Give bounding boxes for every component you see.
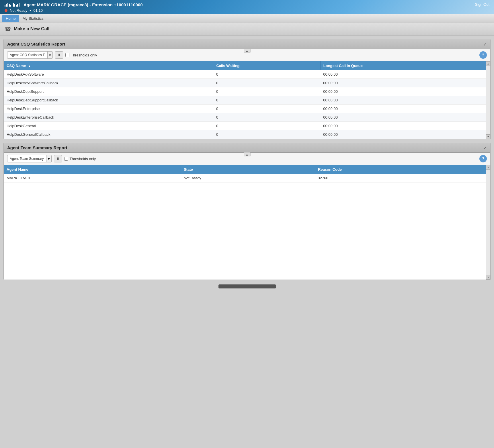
bottom-scroll-bar[interactable]: [218, 284, 276, 288]
status-dropdown-arrow-icon[interactable]: ▾: [30, 9, 31, 12]
make-call-label: Make a New Call: [14, 26, 50, 32]
csq-table: CSQ Name ▲ Calls Waiting Longest Call in…: [4, 61, 486, 139]
team-table-container: Agent Name State Reason Code MARK GRACE …: [4, 165, 490, 280]
team-threshold-checkbox[interactable]: [64, 157, 68, 161]
csq-cell-name: HelpDeskAdvSoftwareCallback: [4, 79, 213, 87]
csq-cell-name: HelpDeskAdvSoftware: [4, 70, 213, 79]
csq-cell-longest: 00:00:00: [320, 96, 486, 105]
team-pause-button[interactable]: ⏸: [54, 155, 62, 162]
team-scroll-up-button[interactable]: ▲: [486, 165, 491, 170]
team-scroll-down-button[interactable]: ▼: [486, 275, 491, 280]
team-panel-header: Agent Team Summary Report ⤢: [4, 143, 490, 153]
csq-col-header-waiting: Calls Waiting: [213, 61, 320, 70]
csq-cell-waiting: 0: [213, 70, 320, 79]
csq-cell-longest: 00:00:00: [320, 113, 486, 122]
status-text: Not Ready: [10, 8, 27, 13]
team-dropdown[interactable]: Agent Team Summary ▾: [7, 155, 52, 162]
header-title: Agent MARK GRACE (mgrace3) - Extension +…: [24, 2, 143, 7]
csq-cell-waiting: 0: [213, 105, 320, 113]
csq-panel-title: Agent CSQ Statistics Report: [7, 42, 65, 46]
csq-expand-icon[interactable]: ⤢: [483, 42, 487, 46]
team-cell-reason: 32760: [315, 174, 486, 182]
phone-icon: ☎: [5, 26, 11, 32]
header-status: Not Ready ▾ 01:10: [5, 8, 143, 13]
csq-table-row: HelpDeskGeneral 0 00:00:00: [4, 122, 486, 130]
csq-panel-header: Agent CSQ Statistics Report ⤢: [4, 39, 490, 49]
csq-table-row: HelpDeskAdvSoftwareCallback 0 00:00:00: [4, 79, 486, 87]
csq-table-row: HelpDeskEnterprise 0 00:00:00: [4, 105, 486, 113]
team-cell-name: MARK GRACE: [4, 174, 181, 182]
csq-cell-name: HelpDeskEnterprise: [4, 105, 213, 113]
csq-threshold-label: Thresholds only: [65, 53, 97, 57]
csq-cell-name: HelpDeskGeneral: [4, 122, 213, 130]
csq-cell-waiting: 0: [213, 79, 320, 87]
csq-cell-name: HelpDeskDeptSupport: [4, 87, 213, 96]
team-dropdown-arrow-icon[interactable]: ▾: [46, 155, 51, 162]
team-expand-icon[interactable]: ⤢: [483, 146, 487, 150]
csq-cell-waiting: 0: [213, 96, 320, 105]
team-summary-panel: Agent Team Summary Report ⤢ ▲ Agent Team…: [3, 143, 491, 280]
csq-dropdown[interactable]: Agent CSQ Statistics F ▾: [7, 51, 53, 59]
csq-cell-name: HelpDeskGeneralCallback: [4, 130, 213, 139]
csq-threshold-checkbox[interactable]: [65, 53, 69, 57]
team-help-button[interactable]: ?: [479, 155, 487, 162]
csq-collapse-arrow[interactable]: ▲: [244, 49, 251, 53]
team-threshold-label: Thresholds only: [64, 157, 96, 161]
cisco-logo-icon: [5, 3, 19, 7]
csq-cell-longest: 00:00:00: [320, 105, 486, 113]
nav-tab-my-statistics[interactable]: My Statistics: [19, 15, 47, 22]
csq-table-row: HelpDeskAdvSoftware 0 00:00:00: [4, 70, 486, 79]
csq-pause-button[interactable]: ⏸: [55, 51, 63, 59]
sign-out-button[interactable]: Sign Out: [475, 2, 489, 7]
header: Agent MARK GRACE (mgrace3) - Extension +…: [0, 0, 494, 14]
team-col-header-name: Agent Name: [4, 165, 181, 174]
csq-table-row: HelpDeskDeptSupport 0 00:00:00: [4, 87, 486, 96]
team-table: Agent Name State Reason Code MARK GRACE …: [4, 165, 486, 182]
team-table-row: MARK GRACE Not Ready 32760: [4, 174, 486, 182]
team-cell-state: Not Ready: [181, 174, 315, 182]
csq-cell-name: HelpDeskDeptSupportCallback: [4, 96, 213, 105]
csq-cell-waiting: 0: [213, 122, 320, 130]
csq-cell-longest: 00:00:00: [320, 122, 486, 130]
csq-table-row: HelpDeskEnterpriseCallback 0 00:00:00: [4, 113, 486, 122]
csq-table-row: HelpDeskDeptSupportCallback 0 00:00:00: [4, 96, 486, 105]
sort-icon: ▲: [28, 64, 31, 68]
team-col-header-state: State: [181, 165, 315, 174]
csq-cell-waiting: 0: [213, 113, 320, 122]
csq-scroll-up-button[interactable]: ▲: [486, 61, 491, 66]
csq-scroll-down-button[interactable]: ▼: [486, 134, 491, 139]
csq-dropdown-arrow-icon[interactable]: ▾: [47, 52, 52, 58]
team-dropdown-label: Agent Team Summary: [7, 157, 46, 161]
csq-col-header-name: CSQ Name ▲: [4, 61, 213, 70]
nav-bar: Home My Statistics: [0, 14, 494, 23]
csq-cell-longest: 00:00:00: [320, 87, 486, 96]
csq-cell-longest: 00:00:00: [320, 79, 486, 87]
team-panel-body: ▲ Agent Team Summary ▾ ⏸ Thresholds only…: [4, 153, 490, 280]
csq-dropdown-label: Agent CSQ Statistics F: [7, 53, 47, 57]
csq-cell-longest: 00:00:00: [320, 130, 486, 139]
header-logo: Agent MARK GRACE (mgrace3) - Extension +…: [5, 2, 143, 7]
csq-scrollbar[interactable]: ▲ ▼: [486, 61, 490, 139]
csq-table-row: HelpDeskGeneralCallback 0 00:00:00: [4, 130, 486, 139]
team-col-header-reason: Reason Code: [315, 165, 486, 174]
team-toolbar: ▲ Agent Team Summary ▾ ⏸ Thresholds only…: [4, 153, 490, 165]
csq-cell-waiting: 0: [213, 130, 320, 139]
csq-cell-waiting: 0: [213, 87, 320, 96]
csq-cell-longest: 00:00:00: [320, 70, 486, 79]
team-panel-title: Agent Team Summary Report: [7, 145, 67, 150]
csq-help-button[interactable]: ?: [479, 51, 487, 59]
csq-statistics-panel: Agent CSQ Statistics Report ⤢ ▲ Agent CS…: [3, 39, 491, 139]
team-scrollbar[interactable]: ▲ ▼: [486, 165, 490, 280]
status-indicator-icon: [5, 9, 7, 12]
csq-col-header-longest: Longest Call in Queue: [320, 61, 486, 70]
header-left: Agent MARK GRACE (mgrace3) - Extension +…: [5, 2, 143, 13]
csq-cell-name: HelpDeskEnterpriseCallback: [4, 113, 213, 122]
nav-tab-home[interactable]: Home: [2, 15, 19, 22]
header-time: 01:10: [33, 8, 43, 13]
csq-toolbar: ▲ Agent CSQ Statistics F ▾ ⏸ Thresholds …: [4, 49, 490, 61]
team-collapse-arrow[interactable]: ▲: [244, 152, 251, 156]
make-new-call-bar[interactable]: ☎ Make a New Call: [0, 23, 494, 36]
csq-table-container: CSQ Name ▲ Calls Waiting Longest Call in…: [4, 61, 490, 139]
csq-panel-body: ▲ Agent CSQ Statistics F ▾ ⏸ Thresholds …: [4, 49, 490, 139]
